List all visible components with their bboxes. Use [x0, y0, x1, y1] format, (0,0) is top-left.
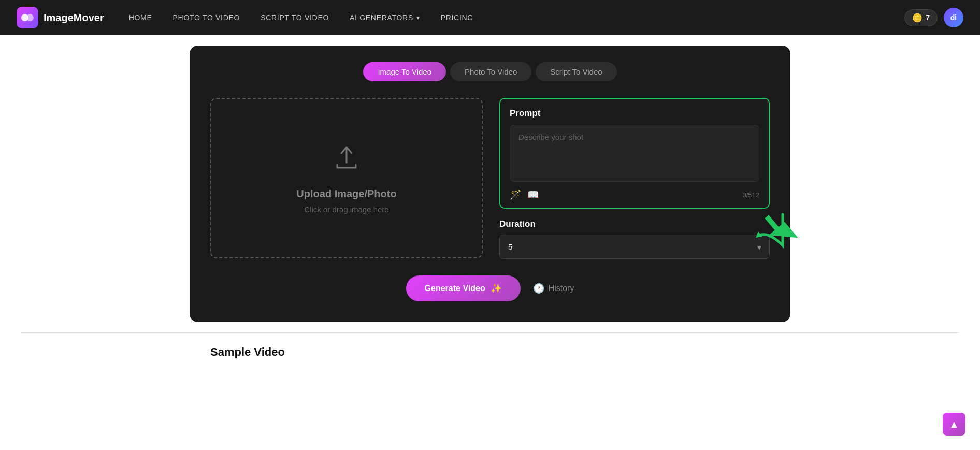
history-clock-icon: 🕐: [533, 283, 544, 294]
prompt-box: Prompt 🪄 📖 0/512: [499, 98, 770, 209]
history-label: History: [549, 284, 574, 293]
nav-right: 🪙 7 di: [904, 8, 963, 27]
tab-script-to-video[interactable]: Script To Video: [536, 62, 616, 81]
prompt-bookmark-icon[interactable]: 📖: [527, 189, 539, 200]
prompt-icons: 🪄 📖: [510, 189, 539, 200]
generate-button[interactable]: Generate Video ✨: [406, 275, 521, 301]
credits-badge[interactable]: 🪙 7: [904, 9, 938, 26]
upload-icon: [332, 143, 361, 178]
history-button[interactable]: 🕐 History: [533, 283, 574, 294]
sample-section: Sample Video: [190, 333, 790, 359]
prompt-textarea[interactable]: [510, 125, 759, 182]
content-row: Upload Image/Photo Click or drag image h…: [210, 98, 770, 259]
nav-ai-generators[interactable]: AI GENERATORS ▾: [350, 13, 420, 22]
nav-logo[interactable]: ImageMover: [17, 7, 104, 28]
chevron-down-icon: ▾: [416, 14, 420, 21]
duration-label: Duration: [499, 219, 770, 229]
prompt-magic-icon[interactable]: 🪄: [510, 189, 521, 200]
upload-title: Upload Image/Photo: [296, 188, 396, 200]
scroll-top-button[interactable]: ▲: [943, 413, 965, 436]
svg-point-1: [26, 14, 34, 21]
user-avatar[interactable]: di: [944, 8, 963, 27]
prompt-footer: 🪄 📖 0/512: [510, 189, 759, 200]
bottom-actions: Generate Video ✨ 🕐 History: [210, 275, 770, 301]
main-card: Image To Video Photo To Video Script To …: [190, 46, 790, 322]
logo-text: ImageMover: [44, 12, 104, 24]
credits-icon: 🪙: [912, 13, 923, 23]
tab-photo-to-video[interactable]: Photo To Video: [450, 62, 531, 81]
duration-section: Duration 5 10 15 20 ▾: [499, 219, 770, 259]
chevron-up-icon: ▲: [949, 418, 959, 430]
nav-photo-to-video[interactable]: PHOTO TO VIDEO: [173, 13, 240, 22]
logo-icon: [17, 7, 38, 28]
duration-select[interactable]: 5 10 15 20: [499, 235, 770, 259]
navbar: ImageMover HOME PHOTO TO VIDEO SCRIPT TO…: [0, 0, 980, 35]
prompt-label: Prompt: [510, 108, 759, 119]
duration-select-wrapper: 5 10 15 20 ▾: [499, 235, 770, 259]
nav-pricing[interactable]: PRICING: [441, 13, 473, 22]
upload-area[interactable]: Upload Image/Photo Click or drag image h…: [210, 98, 483, 258]
nav-home[interactable]: HOME: [129, 13, 152, 22]
credits-count: 7: [926, 13, 930, 22]
upload-subtitle: Click or drag image here: [304, 205, 388, 214]
generate-icon: ✨: [491, 283, 502, 294]
tab-image-to-video[interactable]: Image To Video: [363, 62, 446, 81]
tabs-row: Image To Video Photo To Video Script To …: [210, 62, 770, 81]
nav-links: HOME PHOTO TO VIDEO SCRIPT TO VIDEO AI G…: [129, 13, 904, 22]
prompt-char-count: 0/512: [742, 191, 759, 199]
nav-script-to-video[interactable]: SCRIPT TO VIDEO: [261, 13, 329, 22]
sample-title: Sample Video: [210, 345, 770, 359]
generate-label: Generate Video: [425, 284, 485, 293]
right-panel: Prompt 🪄 📖 0/512 Duration: [499, 98, 770, 259]
main-content: Image To Video Photo To Video Script To …: [0, 35, 980, 369]
